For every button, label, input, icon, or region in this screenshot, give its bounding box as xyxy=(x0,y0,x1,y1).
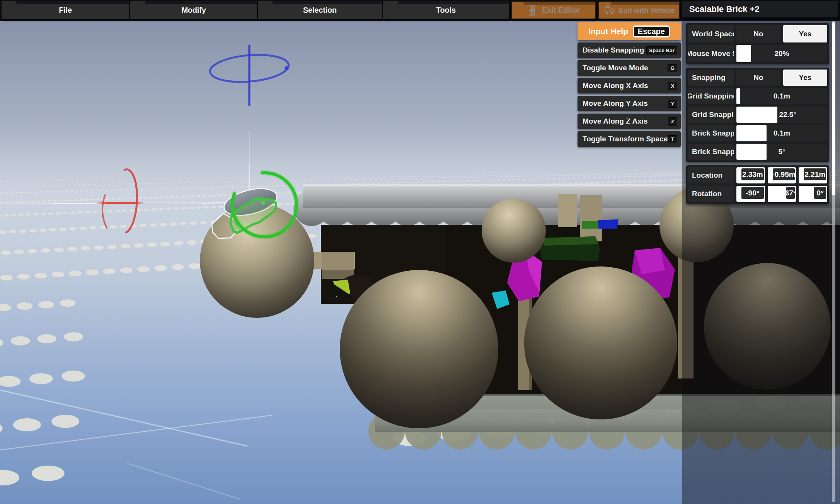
editor-window: File Modify Selection Tools Exit Editor … xyxy=(0,0,840,504)
world-space-yes-button[interactable]: Yes xyxy=(783,25,827,42)
exit-with-vehicle-label: Exit with Vehicle xyxy=(619,6,675,15)
shortcut-label: Toggle Transform Space xyxy=(583,135,668,143)
exit-editor-label: Exit Editor xyxy=(542,6,580,15)
world-space-no-button[interactable]: No xyxy=(736,25,780,42)
key-badge: Space Bar xyxy=(646,46,677,54)
brick-snapping-distance-value: 0.1m xyxy=(736,125,827,141)
input-help-panel: Input Help Escape Disable Snapping Space… xyxy=(578,22,681,147)
shortcut-disable-snapping: Disable Snapping Space Bar xyxy=(578,42,681,58)
brick-snapping-angle-label: Brick Snapping Angle xyxy=(688,144,734,160)
exit-vehicle-icon xyxy=(603,5,615,16)
brick-snapping-distance-slider[interactable]: 0.1m xyxy=(736,125,827,141)
menu-tools[interactable]: Tools xyxy=(383,1,509,19)
shortcut-label: Disable Snapping xyxy=(583,46,644,54)
brick-snapping-distance-label: Brick Snapping Distance xyxy=(688,125,734,141)
slider-fill[interactable] xyxy=(736,107,777,123)
snapping-no-button[interactable]: No xyxy=(736,70,780,86)
menu-file[interactable]: File xyxy=(2,1,129,19)
grid-snapping-distance-value: 0.1m xyxy=(736,88,827,104)
menu-selection[interactable]: Selection xyxy=(258,1,382,19)
key-badge: Y xyxy=(668,100,677,108)
location-y-field[interactable]: -0.95m xyxy=(768,167,796,183)
exit-with-vehicle-button[interactable]: Exit with Vehicle xyxy=(598,1,680,19)
mouse-move-sensitivity-label: Mouse Move Sensitivity xyxy=(688,45,734,62)
mouse-move-sensitivity-value: 20% xyxy=(736,45,827,62)
shortcut-move-z: Move Along Z Axis Z xyxy=(578,114,681,129)
panel-scrollbar-thumb[interactable] xyxy=(832,22,835,195)
brick-snapping-angle-value: 5° xyxy=(736,144,827,160)
wheel-sphere xyxy=(340,270,498,428)
snapping-label: Snapping xyxy=(688,70,734,86)
wheel-sphere xyxy=(482,199,546,263)
rotation-y-field[interactable]: 67° xyxy=(768,186,796,202)
location-x-field[interactable]: 2.33m xyxy=(736,167,765,183)
shortcut-label: Move Along X Axis xyxy=(583,81,648,90)
group-transform-space: World Space No Yes Mouse Move Sensitivit… xyxy=(686,23,829,64)
shortcut-toggle-move-mode: Toggle Move Mode G xyxy=(578,60,681,76)
rotation-label: Rotation xyxy=(688,186,734,202)
panel-title: Scalable Brick +2 xyxy=(682,1,838,17)
world-space-label: World Space xyxy=(688,25,734,42)
key-badge: Z xyxy=(668,117,677,126)
brick-properties-panel: World Space No Yes Mouse Move Sensitivit… xyxy=(682,21,837,207)
group-snapping: Snapping No Yes Grid Snapping Distance 0… xyxy=(686,68,829,162)
grid-snapping-distance-slider[interactable]: 0.1m xyxy=(736,88,827,104)
grid-snapping-angle-value: 22.5° xyxy=(779,107,796,123)
brick-blue xyxy=(598,219,618,229)
shortcut-label: Move Along Y Axis xyxy=(583,99,648,108)
key-badge: T xyxy=(668,135,677,143)
mouse-move-sensitivity-slider[interactable]: 20% xyxy=(736,45,827,62)
input-help-title: Input Help xyxy=(588,27,628,36)
exit-door-icon xyxy=(527,5,538,16)
escape-key-badge: Escape xyxy=(633,25,670,37)
shortcut-toggle-transform-space: Toggle Transform Space T xyxy=(578,131,681,147)
key-badge: G xyxy=(668,64,677,72)
snapping-yes-button[interactable]: Yes xyxy=(783,70,827,86)
shortcut-move-x: Move Along X Axis X xyxy=(578,78,681,93)
group-location-rotation: Location 2.33m -0.95m 2.21m Rotation -90… xyxy=(686,165,829,204)
grid-snapping-distance-label: Grid Snapping Distance xyxy=(688,88,734,104)
input-help-header[interactable]: Input Help Escape xyxy=(578,22,681,40)
wheel-sphere xyxy=(524,266,677,419)
shortcut-label: Toggle Move Mode xyxy=(583,64,648,72)
location-label: Location xyxy=(688,167,734,183)
grid-snapping-angle-label: Grid Snapping Angle xyxy=(688,107,734,123)
gizmo-anchor-dot xyxy=(261,201,265,205)
location-z-field[interactable]: 2.21m xyxy=(799,167,827,183)
rotation-z-field[interactable]: 0° xyxy=(799,186,827,202)
shortcut-label: Move Along Z Axis xyxy=(583,117,648,126)
grid-snapping-angle-slider[interactable]: 22.5° xyxy=(736,107,827,123)
shortcut-move-y: Move Along Y Axis Y xyxy=(578,96,681,111)
key-badge: X xyxy=(668,82,677,90)
menu-modify[interactable]: Modify xyxy=(130,1,257,19)
brick-snapping-angle-slider[interactable]: 5° xyxy=(736,144,827,160)
brick-green-cap xyxy=(582,221,598,229)
exit-editor-button[interactable]: Exit Editor xyxy=(511,1,596,19)
rotation-x-field[interactable]: -90° xyxy=(736,186,765,202)
